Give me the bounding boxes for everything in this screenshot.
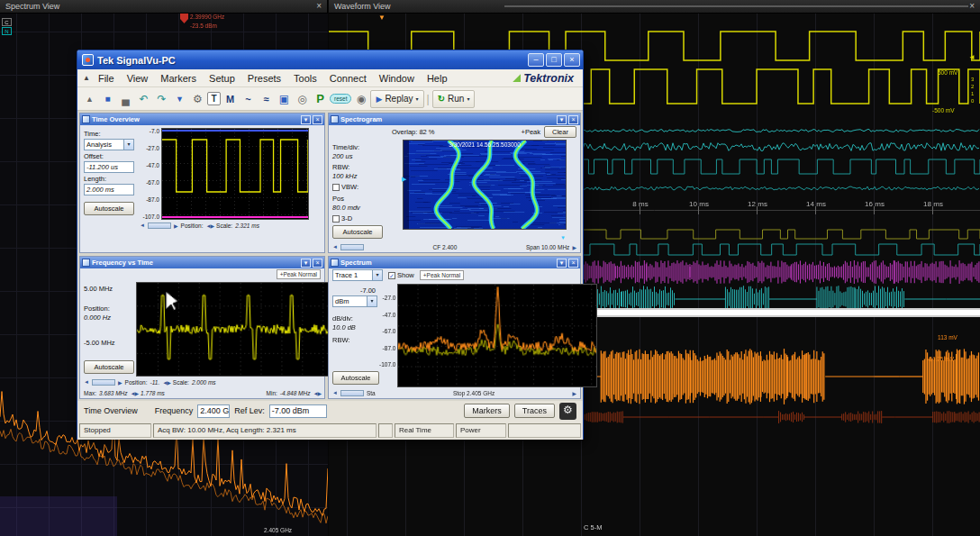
horizontal-scrollbar[interactable]: [504, 5, 968, 7]
spectrogram-titlebar[interactable]: Spectrogram ▾ ×: [329, 114, 580, 125]
open-icon[interactable]: ▲: [81, 90, 98, 108]
menu-tools[interactable]: Tools: [287, 71, 323, 86]
autoscale-button[interactable]: Autoscale: [84, 360, 134, 374]
waveform-tool-icon[interactable]: ~: [240, 90, 257, 108]
frequency-input[interactable]: 2.400 GHz: [197, 404, 230, 418]
freq-vs-time-plot[interactable]: [136, 282, 344, 377]
freq-vs-time-titlebar[interactable]: Frequency vs Time ▾ ×: [80, 257, 324, 268]
panel-close-icon[interactable]: ×: [568, 259, 578, 268]
reset-badge[interactable]: reset: [330, 94, 351, 104]
trace-tool-icon[interactable]: ≈: [258, 90, 275, 108]
markers-button[interactable]: Markers: [464, 404, 510, 418]
replay-button[interactable]: ▶ Replay ▾: [370, 90, 423, 108]
scroll-left-icon[interactable]: ◄: [332, 390, 338, 395]
run-button[interactable]: ↻ Run ▾: [432, 90, 476, 108]
settings-gear-icon[interactable]: ⚙: [559, 403, 576, 420]
ref-level-value[interactable]: -7.00: [332, 286, 377, 295]
text-tool-button[interactable]: T: [207, 92, 221, 105]
time-div-value[interactable]: 200 us: [332, 152, 399, 160]
show-checkbox[interactable]: ✓: [388, 272, 395, 279]
screenshot-icon[interactable]: ◉: [352, 90, 369, 108]
spectrum-view-close-icon[interactable]: ×: [316, 2, 322, 11]
scroll-right-icon[interactable]: ▶: [174, 223, 178, 229]
menu-setup[interactable]: Setup: [203, 71, 241, 86]
display-icon[interactable]: ▣: [276, 90, 293, 108]
menu-help[interactable]: Help: [421, 71, 454, 86]
panel-minimize-icon[interactable]: ▾: [557, 259, 567, 268]
scroll-left-icon[interactable]: ◄: [84, 379, 89, 385]
position-value[interactable]: 0.000 Hz: [84, 313, 134, 322]
panel-close-icon[interactable]: ×: [313, 259, 322, 268]
active-display-label[interactable]: Time Overview: [84, 406, 138, 415]
save-icon[interactable]: ■: [99, 90, 116, 108]
spectrogram-scroll-icon[interactable]: ▼: [560, 235, 566, 241]
scroll-right-icon[interactable]: ▶: [118, 379, 122, 386]
panel-minimize-icon[interactable]: ▾: [301, 259, 311, 268]
menu-view[interactable]: View: [121, 71, 155, 86]
preset-button[interactable]: P: [312, 90, 329, 108]
autoscale-button[interactable]: Autoscale: [332, 225, 383, 239]
bus-bit-label: 2: [971, 84, 974, 89]
spectrogram-marker-icon[interactable]: ▶: [402, 176, 406, 183]
menu-presets[interactable]: Presets: [241, 71, 287, 86]
scroll-left-icon[interactable]: ◄: [140, 223, 145, 228]
window-titlebar[interactable]: Tek SignalVu-PC – □ ×: [77, 50, 583, 69]
trigger-level-arrow-icon[interactable]: ◄: [968, 53, 975, 61]
spectrogram-title: Spectrogram: [340, 115, 555, 123]
offset-label: Offset:: [84, 152, 134, 160]
undo-icon[interactable]: ↶: [135, 90, 152, 108]
waveform-view-close-icon[interactable]: ×: [969, 2, 975, 11]
threed-checkbox[interactable]: [332, 215, 340, 223]
close-icon[interactable]: ×: [564, 53, 580, 67]
menu-markers[interactable]: Markers: [154, 71, 203, 86]
time-overview-titlebar[interactable]: Time Overview ▾ ×: [80, 114, 324, 125]
autoscale-button[interactable]: Autoscale: [332, 371, 379, 385]
scroll-left-icon[interactable]: ◄: [332, 244, 338, 250]
menu-eject-icon[interactable]: ▲: [83, 74, 90, 82]
length-input[interactable]: 2.000 ms: [84, 184, 134, 195]
db-div-value[interactable]: 10.0 dB: [332, 323, 377, 332]
vbw-checkbox[interactable]: [332, 184, 340, 191]
time-overview-plot[interactable]: [161, 128, 309, 220]
redo-icon[interactable]: ↷: [153, 90, 170, 108]
markers-tool-icon[interactable]: M: [222, 90, 239, 108]
ref-level-input[interactable]: -7.00 dBm: [269, 404, 327, 418]
clear-button[interactable]: Clear: [544, 126, 576, 138]
offset-input[interactable]: -11.200 us: [84, 161, 134, 173]
camera-icon[interactable]: ◎: [294, 90, 311, 108]
scroll-thumb[interactable]: [148, 223, 171, 229]
trace-select[interactable]: Trace 1▾: [332, 269, 383, 281]
filter-icon[interactable]: ▼: [171, 90, 188, 108]
panel-minimize-icon[interactable]: ▾: [557, 115, 567, 124]
menu-connect[interactable]: Connect: [323, 71, 373, 86]
print-icon[interactable]: ▄: [117, 90, 134, 108]
trigger-position-marker-icon[interactable]: ▼: [378, 14, 386, 22]
pos-value[interactable]: 80.0 mdv: [332, 204, 399, 212]
rbw-value[interactable]: 100 kHz: [332, 172, 399, 180]
max-spinner[interactable]: ◄▶: [131, 390, 139, 396]
scroll-right-icon[interactable]: ▶: [572, 390, 576, 396]
autoscale-button[interactable]: Autoscale: [84, 202, 134, 215]
settings-gear-icon[interactable]: ⚙: [189, 90, 206, 108]
scroll-thumb[interactable]: [92, 379, 115, 386]
menu-file[interactable]: File: [92, 71, 121, 86]
spectrogram-plot[interactable]: [403, 140, 567, 230]
maximize-icon[interactable]: □: [546, 53, 562, 67]
scroll-right-icon[interactable]: ▶: [572, 244, 576, 250]
spectrum-plot[interactable]: [397, 284, 597, 387]
unit-select[interactable]: dBm▾: [332, 295, 377, 307]
menu-window[interactable]: Window: [373, 71, 421, 86]
minimize-icon[interactable]: –: [528, 53, 544, 67]
panel-minimize-icon[interactable]: ▾: [301, 115, 311, 124]
y-tick: -27.0: [136, 145, 159, 151]
traces-button[interactable]: Traces: [514, 404, 555, 418]
position-spinner[interactable]: ◄▶: [206, 223, 214, 229]
scroll-thumb[interactable]: [340, 244, 364, 250]
time-select[interactable]: Analysis▾: [84, 139, 134, 150]
panel-close-icon[interactable]: ×: [313, 115, 322, 124]
min-spinner[interactable]: ◄▶: [313, 390, 321, 396]
position-spinner[interactable]: ◄▶: [162, 379, 170, 386]
scroll-thumb[interactable]: [340, 390, 364, 396]
panel-close-icon[interactable]: ×: [568, 115, 578, 124]
spectrum-titlebar[interactable]: Spectrum ▾ ×: [329, 257, 580, 268]
